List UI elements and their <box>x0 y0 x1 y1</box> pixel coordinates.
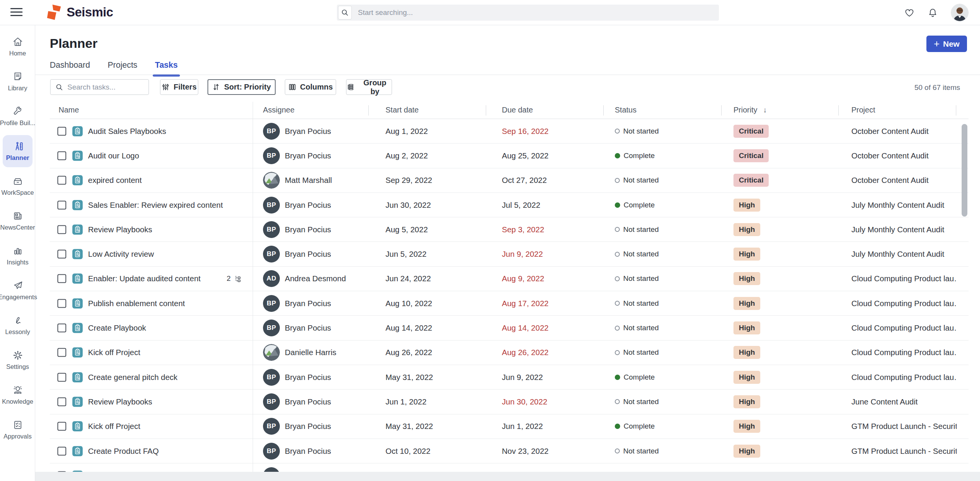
sidebar-item-workspace[interactable]: WorkSpace <box>0 168 35 203</box>
group-by-button[interactable]: Group by <box>346 79 392 95</box>
column-header-start-date[interactable]: Start date <box>385 106 419 114</box>
task-name[interactable]: Kick off Project <box>88 422 140 431</box>
search-tasks-input[interactable]: Search tasks... <box>50 79 149 95</box>
notifications-bell-icon[interactable] <box>928 8 938 18</box>
sort-button[interactable]: Sort: Priority <box>207 79 276 95</box>
table-row[interactable]: Review Playbooks BP Bryan Pocius Aug 5, … <box>50 217 969 242</box>
insights-icon <box>12 245 24 257</box>
column-header-name[interactable]: Name <box>59 106 79 114</box>
table-row[interactable]: Low Activity review BP Bryan Pocius Jun … <box>50 242 969 266</box>
task-name[interactable]: Create general pitch deck <box>88 373 178 382</box>
task-name[interactable]: Audit Sales Playbooks <box>88 127 166 136</box>
sidebar-item-planner[interactable]: Planner <box>0 134 35 168</box>
name-column-divider <box>253 102 253 472</box>
project-name: Cloud Computing Product lau… <box>851 323 957 333</box>
tab-dashboard[interactable]: Dashboard <box>50 60 90 75</box>
assignee-avatar: BP <box>263 221 280 238</box>
sidebar-item-knowledge[interactable]: Knowledge <box>0 377 35 412</box>
table-row[interactable] <box>50 463 969 472</box>
due-date: Jun 9, 2022 <box>502 373 543 382</box>
start-date: Jun 5, 2022 <box>385 249 426 259</box>
row-checkbox[interactable] <box>57 299 66 308</box>
task-name[interactable]: Low Activity review <box>88 249 154 259</box>
sidebar-item-engagements[interactable]: Engagements <box>0 273 35 308</box>
task-name[interactable]: Create Playbook <box>88 323 146 333</box>
global-search-input[interactable]: Start searching... <box>337 5 719 21</box>
row-checkbox[interactable] <box>57 348 66 357</box>
sidebar-item-newscenter[interactable]: NewsCenter <box>0 203 35 238</box>
sidebar-item-approvals[interactable]: Approvals <box>0 412 35 447</box>
task-name[interactable]: Review Playbooks <box>88 397 152 406</box>
tab-projects[interactable]: Projects <box>108 60 137 75</box>
assignee-name: Bryan Pocius <box>285 249 331 259</box>
row-checkbox[interactable] <box>57 250 66 259</box>
column-header-status[interactable]: Status <box>615 106 637 114</box>
sidebar-item-library[interactable]: Library <box>0 64 35 99</box>
search-icon <box>56 83 63 91</box>
column-header-project[interactable]: Project <box>851 106 875 114</box>
row-checkbox[interactable] <box>57 176 66 185</box>
sidebar-item-settings[interactable]: Settings <box>0 342 35 377</box>
table-row[interactable]: Kick off Project Danielle Harris Aug 26,… <box>50 341 969 365</box>
task-name[interactable]: Enabler: Update audited content <box>88 274 201 283</box>
column-header-priority[interactable]: Priority ↓ <box>733 106 767 114</box>
page-title: Planner <box>50 36 98 51</box>
row-checkbox[interactable] <box>57 324 66 333</box>
vertical-scrollbar[interactable] <box>962 124 967 217</box>
column-header-due-date[interactable]: Due date <box>502 106 533 114</box>
column-header-assignee[interactable]: Assignee <box>263 106 294 114</box>
table-row[interactable]: Review Playbooks BP Bryan Pocius Jun 1, … <box>50 390 969 414</box>
task-name[interactable]: Review Playbooks <box>88 225 152 234</box>
assignee-name: Bryan Pocius <box>285 323 331 333</box>
row-checkbox[interactable] <box>57 422 66 431</box>
row-checkbox[interactable] <box>57 373 66 382</box>
filters-button[interactable]: Filters <box>160 79 198 95</box>
sidebar-item-insights[interactable]: Insights <box>0 238 35 273</box>
user-avatar[interactable] <box>951 4 969 21</box>
row-checkbox[interactable] <box>57 225 66 234</box>
row-checkbox[interactable] <box>57 447 66 455</box>
start-date: Jun 24, 2022 <box>385 274 431 283</box>
status-cell: Complete <box>615 373 655 382</box>
task-name[interactable]: Audit our Logo <box>88 151 139 160</box>
row-checkbox[interactable] <box>57 151 66 160</box>
row-checkbox[interactable] <box>57 274 66 283</box>
tab-tasks[interactable]: Tasks <box>155 60 178 75</box>
new-button[interactable]: + New <box>926 36 967 52</box>
status-label: Complete <box>624 422 655 430</box>
row-checkbox[interactable] <box>57 127 66 135</box>
items-count: 50 of 67 items <box>915 83 960 92</box>
table-row[interactable]: Create general pitch deck BP Bryan Pociu… <box>50 365 969 390</box>
subtask-indicator[interactable]: 2 <box>227 274 242 283</box>
assignee-avatar-photo <box>263 172 280 189</box>
table-row[interactable]: Audit our Logo BP Bryan Pocius Aug 2, 20… <box>50 143 969 168</box>
tabs-divider <box>35 75 980 75</box>
hamburger-menu-icon[interactable] <box>10 8 23 17</box>
row-checkbox[interactable] <box>57 397 66 406</box>
sidebar-item-profile-builder[interactable]: Profile Buil... <box>0 99 35 134</box>
task-name[interactable]: Kick off Project <box>88 348 140 357</box>
table-row[interactable]: Publish enablement content BP Bryan Poci… <box>50 291 969 316</box>
table-row[interactable]: Enabler: Update audited content 2 AD And… <box>50 267 969 291</box>
row-checkbox[interactable] <box>57 201 66 209</box>
sidebar-item-home[interactable]: Home <box>0 29 35 64</box>
table-row[interactable]: Create Product FAQ BP Bryan Pocius Oct 1… <box>50 439 969 463</box>
table-row[interactable]: Audit Sales Playbooks BP Bryan Pocius Au… <box>50 119 969 143</box>
task-name[interactable]: expired content <box>88 176 142 185</box>
task-name[interactable]: Create Product FAQ <box>88 447 159 456</box>
task-name[interactable]: Sales Enabler: Review expired content <box>88 201 223 210</box>
header-separator <box>486 105 486 116</box>
favorites-heart-icon[interactable] <box>904 8 915 18</box>
columns-button[interactable]: Columns <box>285 79 336 95</box>
table-row[interactable]: expired content Matt Marshall Sep 29, 20… <box>50 168 969 193</box>
sidebar-item-lessonly[interactable]: Lessonly <box>0 308 35 342</box>
status-cell: Not started <box>615 299 659 308</box>
table-row[interactable]: Kick off Project BP Bryan Pocius May 31,… <box>50 414 969 439</box>
table-row[interactable]: Sales Enabler: Review expired content BP… <box>50 193 969 217</box>
table-row[interactable]: Create Playbook BP Bryan Pocius Aug 14, … <box>50 316 969 340</box>
task-clipboard-icon <box>72 175 83 186</box>
status-dot-icon <box>615 399 620 404</box>
project-name: Cloud Computing Product lau… <box>851 373 957 382</box>
assignee-name: Bryan Pocius <box>285 127 331 136</box>
task-name[interactable]: Publish enablement content <box>88 299 185 308</box>
